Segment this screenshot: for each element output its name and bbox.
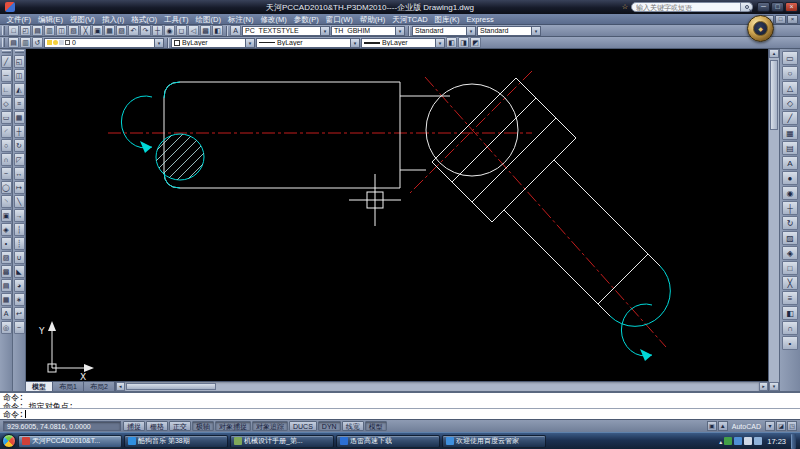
- menu-edit[interactable]: 编辑(E): [35, 14, 67, 24]
- layer-filter-icon[interactable]: ▥: [20, 37, 31, 48]
- join-icon[interactable]: ∪: [14, 251, 25, 264]
- save-icon[interactable]: ▤: [32, 25, 43, 36]
- insert-block-icon[interactable]: ▣: [1, 209, 12, 222]
- scroll-up-icon[interactable]: ▴: [769, 49, 779, 58]
- taskbar-item-baiduyun[interactable]: 欢迎使用百度云管家: [442, 435, 546, 448]
- color-combo[interactable]: ByLayer ▾: [171, 38, 255, 48]
- menu-format[interactable]: 格式(O): [128, 14, 161, 24]
- lineweight-combo[interactable]: ByLayer ▾: [361, 38, 445, 48]
- blend-icon[interactable]: ~: [14, 321, 25, 334]
- vertical-scrollbar[interactable]: ▴ ▾: [768, 49, 779, 391]
- menu-file[interactable]: 文件(F): [3, 14, 35, 24]
- multiline-text-icon[interactable]: A: [1, 307, 12, 320]
- revision-cloud-icon[interactable]: ∩: [1, 153, 12, 166]
- erase-icon[interactable]: ◱: [14, 55, 25, 68]
- publish-icon[interactable]: ▧: [68, 25, 79, 36]
- zoom-window-icon[interactable]: ◻: [176, 25, 187, 36]
- menu-help[interactable]: 帮助(H): [356, 14, 388, 24]
- toolbar-grip[interactable]: [2, 50, 11, 53]
- right-tool-14-icon[interactable]: ◈: [782, 246, 798, 260]
- layer-off-icon[interactable]: ◩: [470, 37, 481, 48]
- menu-insert[interactable]: 插入(I): [99, 14, 128, 24]
- taskbar-item-pccad[interactable]: 天河PCCAD2010&T...: [18, 435, 122, 448]
- table-icon[interactable]: ▦: [1, 293, 12, 306]
- ellipse-arc-icon[interactable]: ◝: [1, 195, 12, 208]
- right-tool-18-icon[interactable]: ◧: [782, 306, 798, 320]
- undo-icon[interactable]: ↶: [128, 25, 139, 36]
- scale-icon[interactable]: ◸: [14, 153, 25, 166]
- layer-combo[interactable]: 0 ▾: [44, 38, 164, 48]
- pan-icon[interactable]: ┼: [152, 25, 163, 36]
- mirror-icon[interactable]: ◭: [14, 83, 25, 96]
- search-icon[interactable]: [741, 2, 753, 12]
- toolbar-lock-icon[interactable]: ◪: [776, 421, 786, 431]
- clean-screen-icon[interactable]: ◳: [787, 421, 797, 431]
- polygon-icon[interactable]: ◇: [1, 97, 12, 110]
- toggle-otrack[interactable]: 对象追踪: [252, 421, 288, 431]
- menu-library[interactable]: 图库(K): [431, 14, 463, 24]
- chevron-down-icon[interactable]: ▾: [435, 39, 444, 47]
- chevron-down-icon[interactable]: ▾: [245, 39, 254, 47]
- region-icon[interactable]: ▤: [1, 279, 12, 292]
- right-tool-3-icon[interactable]: △: [782, 81, 798, 95]
- fillet-icon[interactable]: ◕: [14, 279, 25, 292]
- array-icon[interactable]: ▦: [14, 111, 25, 124]
- chevron-down-icon[interactable]: ▾: [154, 39, 163, 47]
- tab-layout1[interactable]: 布局1: [53, 382, 84, 391]
- right-tool-20-icon[interactable]: •: [782, 336, 798, 350]
- new-icon[interactable]: □: [8, 25, 19, 36]
- plot-icon[interactable]: ▥: [44, 25, 55, 36]
- maximize-button[interactable]: □: [771, 2, 784, 12]
- right-tool-10-icon[interactable]: ◉: [782, 186, 798, 200]
- table-style-combo[interactable]: Standard ▾: [412, 26, 476, 36]
- right-tool-16-icon[interactable]: ╳: [782, 276, 798, 290]
- menu-modify[interactable]: 修改(M): [257, 14, 290, 24]
- menu-tools[interactable]: 工具(T): [161, 14, 193, 24]
- offset-icon[interactable]: ≡: [14, 97, 25, 110]
- make-object-layer-icon[interactable]: ◧: [446, 37, 457, 48]
- toolbar-grip[interactable]: [2, 38, 5, 47]
- horizontal-scroll-track[interactable]: [125, 382, 759, 391]
- line-icon[interactable]: ╱: [1, 55, 12, 68]
- taskbar-item-manual[interactable]: 机械设计手册_第...: [230, 435, 334, 448]
- tab-model[interactable]: 模型: [26, 382, 53, 391]
- right-tool-8-icon[interactable]: A: [782, 156, 798, 170]
- drawing-canvas[interactable]: Y X: [26, 49, 768, 381]
- redo-icon[interactable]: ↷: [140, 25, 151, 36]
- right-tool-19-icon[interactable]: ∩: [782, 321, 798, 335]
- menu-parametric[interactable]: 参数(P): [290, 14, 322, 24]
- search-input[interactable]: [631, 2, 741, 12]
- menu-draw[interactable]: 绘图(D): [192, 14, 224, 24]
- command-window[interactable]: 命令:命令: 指定对角点: 命令:: [0, 391, 800, 419]
- polyline-icon[interactable]: ∟: [1, 83, 12, 96]
- cut-icon[interactable]: ╳: [80, 25, 91, 36]
- right-tool-5-icon[interactable]: ╱: [782, 111, 798, 125]
- layer-previous-icon[interactable]: ↺: [32, 37, 43, 48]
- right-tool-11-icon[interactable]: ┼: [782, 201, 798, 215]
- scroll-left-icon[interactable]: ◂: [116, 382, 125, 391]
- chevron-down-icon[interactable]: ▾: [395, 27, 404, 35]
- toolbar-grip[interactable]: [2, 26, 5, 35]
- toggle-model[interactable]: 模型: [365, 421, 387, 431]
- workspace-menu-icon[interactable]: ▾: [765, 421, 775, 431]
- menu-dimension[interactable]: 标注(N): [225, 14, 257, 24]
- text-style-icon[interactable]: A: [230, 25, 241, 36]
- mdi-close-button[interactable]: ×: [787, 15, 798, 24]
- horizontal-scrollbar[interactable]: ◂ ▸: [115, 382, 768, 391]
- lengthen-icon[interactable]: ↦: [14, 181, 25, 194]
- taskbar-item-xunlei[interactable]: 迅雷高速下载: [336, 435, 440, 448]
- toggle-ducs[interactable]: DUCS: [289, 421, 317, 431]
- designcenter-icon[interactable]: ◧: [212, 25, 223, 36]
- dim-style-combo[interactable]: TH_GBHIM ▾: [331, 26, 405, 36]
- chamfer-icon[interactable]: ◣: [14, 265, 25, 278]
- right-tool-17-icon[interactable]: ≡: [782, 291, 798, 305]
- taskbar-item-kugou[interactable]: 酷狗音乐 第38期: [124, 435, 228, 448]
- rotate-icon[interactable]: ↻: [14, 139, 25, 152]
- vertical-scroll-track[interactable]: [769, 58, 779, 382]
- tray-audio-icon[interactable]: [744, 437, 752, 445]
- hatch-icon[interactable]: ▨: [1, 251, 12, 264]
- mdi-restore-button[interactable]: □: [775, 15, 786, 24]
- menu-tianhe-tcad[interactable]: 天河TCAD: [389, 14, 431, 24]
- model-paper-icon[interactable]: ▣: [707, 421, 717, 431]
- reverse-icon[interactable]: ↩: [14, 307, 25, 320]
